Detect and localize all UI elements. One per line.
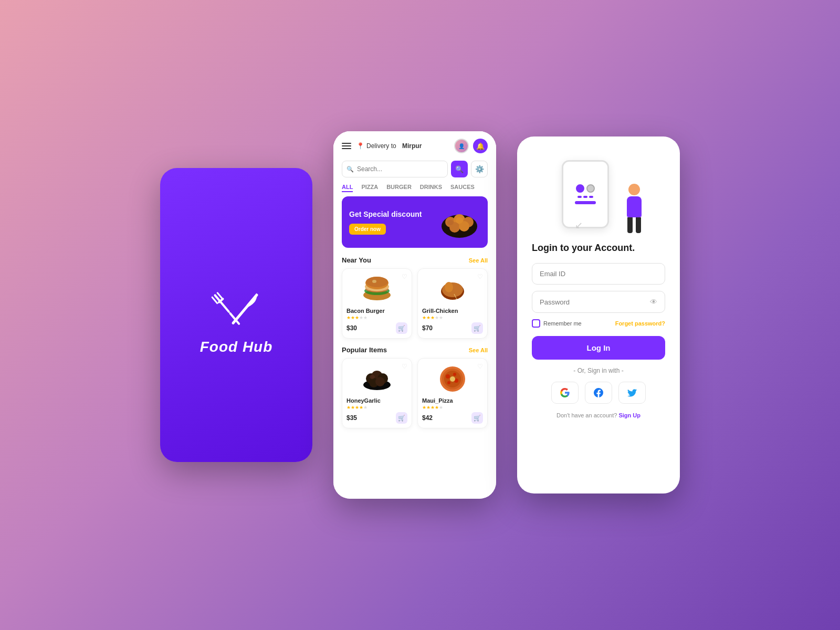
signup-prompt: Don't have an account? Sign Up <box>556 412 640 418</box>
login-options: Remember me Forget password? <box>532 319 665 328</box>
near-you-see-all[interactable]: See All <box>469 257 488 264</box>
grill-chicken-price: $70 <box>422 324 433 332</box>
maui-pizza-price: $42 <box>422 414 433 422</box>
location-info: 📍 Delivery to Mirpur <box>356 142 422 150</box>
near-you-title: Near You <box>342 256 371 264</box>
grill-chicken-stars: ★★★★★ <box>422 315 483 320</box>
remember-me-row: Remember me <box>532 319 582 328</box>
facebook-signin-button[interactable] <box>585 382 612 404</box>
search-input-wrap: 🔍 <box>342 161 448 177</box>
person-legs <box>622 217 646 233</box>
popular-see-all[interactable]: See All <box>469 347 488 353</box>
dots-row-1 <box>578 196 593 198</box>
google-signin-button[interactable] <box>551 382 579 404</box>
food-card-maui-pizza: ♡ Maui_Pizza ★★★★★ $42 <box>417 358 488 428</box>
food-card-grill-chicken: ♡ Grill-Chicken ★★★★★ $70 🛒 <box>417 268 488 339</box>
banner-title: Get Special discount <box>349 209 438 219</box>
app-name: Food Hub <box>200 339 273 355</box>
bacon-burger-stars: ★★★★★ <box>346 315 407 320</box>
tab-sauces[interactable]: SAUCES <box>450 184 475 192</box>
tab-burger[interactable]: BURGER <box>386 184 412 192</box>
svg-point-37 <box>446 374 450 379</box>
fork-knife-icon <box>207 275 265 332</box>
maui-pizza-heart-icon[interactable]: ♡ <box>477 363 483 370</box>
svg-point-13 <box>456 217 463 224</box>
login-button[interactable]: Log In <box>532 336 665 360</box>
near-you-header: Near You See All <box>333 254 496 268</box>
maui-pizza-stars: ★★★★★ <box>422 405 483 410</box>
twitter-signin-button[interactable] <box>618 382 646 404</box>
search-icon-small: 🔍 <box>346 166 354 173</box>
svg-point-20 <box>372 280 376 283</box>
honeygarlic-cart-icon[interactable]: 🛒 <box>396 412 407 424</box>
search-bar: 🔍 🔍 ⚙️ <box>333 158 496 182</box>
splash-screen: Food Hub <box>160 168 312 462</box>
svg-point-41 <box>450 376 455 382</box>
person-body <box>627 196 642 217</box>
remember-me-checkbox[interactable] <box>532 319 540 328</box>
tab-pizza[interactable]: PIZZA <box>361 184 378 192</box>
svg-point-33 <box>370 375 375 379</box>
signup-link[interactable]: Sign Up <box>618 412 640 418</box>
person-leg-right <box>636 217 641 233</box>
email-field[interactable] <box>532 263 665 285</box>
search-input[interactable] <box>357 165 443 173</box>
svg-point-12 <box>447 220 454 225</box>
avatar[interactable]: 👤 <box>454 139 469 153</box>
grill-chicken-cart-icon[interactable]: 🛒 <box>471 322 483 334</box>
eye-slash-icon[interactable]: 👁 <box>650 298 657 306</box>
person-head <box>628 184 640 195</box>
grill-chicken-name: Grill-Chicken <box>422 308 483 314</box>
toggle-on-icon <box>576 184 584 193</box>
bacon-burger-heart-icon[interactable]: ♡ <box>402 273 407 280</box>
bacon-burger-name: Bacon Burger <box>346 308 407 314</box>
honeygarlic-price: $35 <box>346 414 357 422</box>
food-card-bacon-burger: ♡ Bacon Burger ★★★★★ $30 🛒 <box>342 268 412 339</box>
svg-point-32 <box>375 377 385 386</box>
order-now-button[interactable]: Order now <box>349 224 386 235</box>
dot-1 <box>578 196 582 198</box>
hamburger-menu-icon[interactable] <box>342 143 351 149</box>
filter-button[interactable]: ⚙️ <box>471 161 488 177</box>
svg-point-19 <box>366 277 388 287</box>
grill-chicken-heart-icon[interactable]: ♡ <box>477 273 483 280</box>
popular-header: Popular Items See All <box>333 344 496 358</box>
location-pin-icon: 📍 <box>356 142 364 150</box>
social-login-buttons <box>551 382 646 404</box>
notification-bell-icon[interactable]: 🔔 <box>473 139 488 153</box>
tab-all[interactable]: ALL <box>342 184 353 192</box>
maui-pizza-name: Maui_Pizza <box>422 397 483 404</box>
password-field[interactable]: 👁 <box>532 291 665 313</box>
bacon-burger-image: ♡ <box>346 273 407 304</box>
toggle-illustration <box>576 184 595 193</box>
maui-pizza-image: ♡ <box>422 363 483 394</box>
svg-point-38 <box>453 373 456 376</box>
arrow-down-icon: ↙ <box>575 219 583 231</box>
login-illustration: ↙ <box>546 152 651 236</box>
banner-food-image <box>438 204 480 240</box>
honeygarlic-image: ♡ <box>346 363 407 394</box>
bacon-burger-cart-icon[interactable]: 🛒 <box>396 322 407 334</box>
maui-pizza-cart-icon[interactable]: 🛒 <box>471 412 483 424</box>
honeygarlic-heart-icon[interactable]: ♡ <box>402 363 407 370</box>
svg-point-24 <box>453 284 460 293</box>
phone-mockup-illustration <box>562 160 609 228</box>
near-you-grid: ♡ Bacon Burger ★★★★★ $30 🛒 <box>333 268 496 344</box>
category-tabs: ALL PIZZA BURGER DRINKS SAUCES <box>333 182 496 196</box>
promo-banner: Get Special discount Order now <box>342 196 488 248</box>
popular-grid: ♡ HoneyGarlic ★★★★★ $35 🛒 <box>333 358 496 434</box>
popular-title: Popular Items <box>342 346 387 354</box>
forgot-password-link[interactable]: Forget password? <box>615 320 665 327</box>
person-figure <box>622 184 646 236</box>
svg-rect-0 <box>214 294 230 313</box>
grill-chicken-image: ♡ <box>422 273 483 304</box>
password-input[interactable] <box>540 298 650 306</box>
dot-3 <box>589 196 593 198</box>
email-input[interactable] <box>540 270 657 278</box>
tab-drinks[interactable]: DRINKS <box>420 184 442 192</box>
login-title: Login to your Account. <box>532 243 635 254</box>
login-screen: ↙ Login to your Account. 👁 Remember me F… <box>517 136 680 494</box>
honeygarlic-name: HoneyGarlic <box>346 397 407 404</box>
phone-bar-illustration <box>575 201 596 204</box>
search-button[interactable]: 🔍 <box>451 161 468 177</box>
